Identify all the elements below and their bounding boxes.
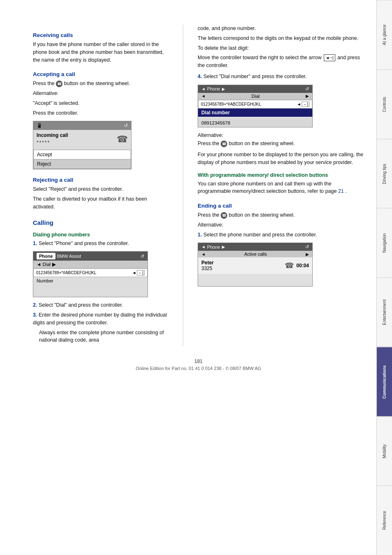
accepting-selected: "Accept" is selected. (33, 99, 168, 107)
receiving-calls-title: Receiving calls (33, 32, 168, 38)
sidebar-tab-controls[interactable]: Controls (377, 69, 392, 139)
footer-text: Online Edition for Part no. 01 41 0 014 … (33, 366, 364, 371)
dialing-screen: Phone BMW Assist ↺ ◄ Dial ▶ 0123456789+*… (33, 251, 148, 297)
sidebar-tab-entertainment[interactable]: Entertainment (377, 278, 392, 347)
continued-text1: code, and phone number. (198, 25, 364, 32)
backspace-icon: ←| (137, 270, 145, 275)
dialing-step3: 3. Enter the desired phone number by dia… (33, 311, 168, 327)
ending-alternative: Alternative: (198, 221, 364, 229)
caller-number: 3325 (201, 266, 214, 271)
accepting-press: Press the controller. (33, 109, 168, 117)
incoming-stars: ***** (37, 140, 68, 147)
page-footer: 181 Online Edition for Part no. 01 41 0 … (33, 358, 364, 375)
column-separator (183, 25, 183, 346)
rejecting-title: Rejecting a call (33, 177, 168, 183)
phone-label2: Phone (207, 245, 220, 250)
phone-button-icon: ☎ (56, 81, 62, 87)
dialing-title: Dialing phone numbers (33, 232, 168, 238)
active-screen-top: ◄ Phone ▶ ↺ (198, 243, 312, 251)
sidebar-tab-communications[interactable]: Communications (377, 347, 392, 416)
ending-step1: 1. Select the phone number and press the… (198, 231, 364, 239)
accepting-call-title: Accepting a call (33, 71, 168, 77)
alternative-text: Press the ☎ button on the steering wheel… (198, 140, 364, 148)
dialing-step3-note: Always enter the complete phone number c… (39, 329, 168, 345)
programmable-title: With programmable memory/ direct selecti… (198, 172, 364, 178)
active-refresh-icon: ↺ (305, 244, 309, 250)
bmw-assist-tab: BMW Assist (57, 254, 81, 259)
screen2-refresh: ↺ (305, 86, 309, 92)
phone-button-icon2: ☎ (221, 141, 227, 147)
screen-refresh-icon: ↺ (124, 123, 128, 128)
dialing-section: Dialing phone numbers 1. Select "Phone" … (33, 232, 168, 345)
arrow-left-icon: ◄ (132, 271, 136, 275)
page-ref-link[interactable]: 21 (338, 188, 344, 194)
sidebar: At a glance Controls Driving tips Naviga… (376, 0, 392, 555)
screen2-empty: 08912345678 (198, 117, 312, 127)
delete-label: To delete the last digit: (198, 44, 364, 52)
caller-info-row: Peter 3325 ☎ 00:04 (198, 257, 312, 274)
incoming-call-label: Incoming call (37, 132, 68, 138)
accepting-alternative: Alternative: (33, 90, 168, 97)
screen-incoming-body: Incoming call ***** ☎ (33, 130, 131, 150)
dial-row: ◄ Dial ▶ (33, 261, 148, 268)
number-entry: 08912345678 (198, 119, 312, 127)
sidebar-tab-driving-tips[interactable]: Driving tips (377, 139, 392, 208)
dialing-step1: 1. Select "Phone" and press the controll… (33, 240, 168, 247)
continued-text2: The letters correspond to the digits on … (198, 35, 364, 42)
calling-title: Calling (33, 219, 168, 226)
ending-line1: Press the ☎ button on the steering wheel… (198, 211, 364, 219)
phone-nav: ◄ Phone ▶ (201, 86, 225, 91)
caller-name: Peter (201, 260, 214, 266)
call-timer: 00:04 (296, 263, 309, 268)
delete-text: Move the controller toward the right to … (198, 54, 364, 69)
right-column: code, and phone number. The letters corr… (198, 25, 364, 346)
dial-row2: ◄ Dial ▶ (198, 93, 312, 100)
refresh-icon: ↺ (141, 254, 144, 259)
programmable-section: With programmable memory/ direct selecti… (198, 172, 364, 196)
sidebar-tab-reference[interactable]: Reference (377, 486, 392, 555)
dialing-step2: 2. Select "Dial" and press the controlle… (33, 301, 168, 309)
incoming-call-screen: 📱 ↺ Incoming call ***** ☎ (33, 121, 131, 169)
programmable-body: You can store phone numbers on and call … (198, 180, 364, 196)
screen-top-left-icon: 📱 (37, 123, 42, 128)
active-calls-label: Active calls (244, 252, 267, 257)
rejecting-section: Rejecting a call Select "Reject" and pre… (33, 177, 168, 210)
dialing-screen-tabs: Phone BMW Assist ↺ (33, 252, 148, 261)
accepting-call-section: Accepting a call Press the ☎ button on t… (33, 71, 168, 169)
sidebar-tab-navigation[interactable]: Navigation (377, 208, 392, 278)
dial-number-highlight: Dial number (198, 109, 312, 117)
accepting-line1: Press the ☎ button on the steering wheel… (33, 80, 168, 88)
reject-row: Reject (33, 160, 131, 169)
call-timer-area: ☎ 00:04 (285, 261, 309, 270)
phone-label: Phone (207, 86, 220, 91)
calling-section: Calling (33, 219, 168, 226)
screen-empty-area (33, 284, 148, 297)
ending-call-title: Ending a call (198, 203, 364, 209)
caller-details: Peter 3325 (201, 260, 214, 271)
arrow-left-icon2: ◄ (297, 102, 301, 106)
rejecting-body1: Select "Reject" and press the controller… (33, 185, 168, 193)
display-note: For your phone number to be displayed to… (198, 151, 364, 166)
active-call-icon: ☎ (285, 261, 294, 270)
number-label-row: Number (33, 277, 148, 284)
screen-bottom-area (198, 274, 312, 286)
rejecting-body2: The caller is diverted to your mailbox i… (33, 195, 168, 211)
active-calls-screen: ◄ Phone ▶ ↺ ◄ Active calls ▶ (198, 243, 313, 287)
alternative-label: Alternative: (198, 132, 364, 139)
dial-number-screen: ◄ Phone ▶ ↺ ◄ Dial ▶ 0123456789+*#ABCDEF… (198, 85, 313, 127)
dial-screen-topbar: ◄ Phone ▶ ↺ (198, 85, 312, 93)
left-column: Receiving calls If you have the phone nu… (33, 25, 168, 346)
phone-tab: Phone (37, 253, 55, 259)
receiving-calls-body: If you have the phone number of the call… (33, 41, 168, 64)
screen-top-bar: 📱 ↺ (33, 121, 131, 130)
phone-button-icon3: ☎ (221, 212, 227, 219)
sidebar-tab-mobility[interactable]: Mobility (377, 416, 392, 486)
sidebar-tab-at-a-glance[interactable]: At a glance (377, 0, 392, 69)
accept-row: Accept (33, 150, 131, 160)
phone-nav2: ◄ Phone ▶ (201, 245, 225, 250)
receiving-calls-section: Receiving calls If you have the phone nu… (33, 32, 168, 64)
active-calls-row: ◄ Active calls ▶ (198, 251, 312, 257)
number-row2: 0123456789+*#ABCDEFGHIJKL ◄ ←| (198, 100, 312, 109)
number-row: 0123456789+*#ABCDEFGHIJKL ◄ ←| (33, 268, 148, 277)
backspace-icon2: ←| (302, 102, 309, 107)
